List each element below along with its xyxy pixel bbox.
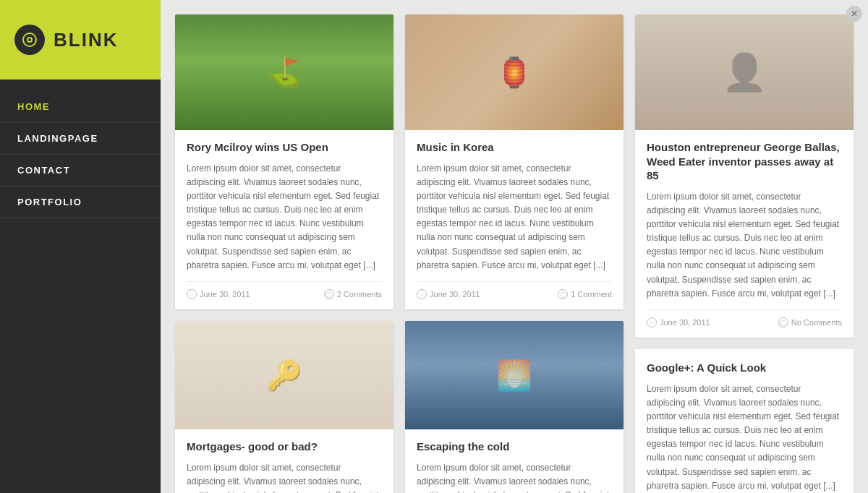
sidebar: BLINK HOME LANDINGPAGE CONTACT PORTFOLIO… [0,0,161,493]
nav-home[interactable]: HOME [0,94,161,119]
post-golf-date: ○ June 30, 2011 [187,289,250,299]
post-golf-image [175,14,393,130]
post-golf-excerpt: Lorem ipsum dolor sit amet, consectetur … [187,162,382,273]
post-mortgage-title[interactable]: Mortgages- good or bad? [187,440,382,454]
col-1: Rory Mcilroy wins US Open Lorem ipsum do… [175,14,393,493]
nav-landingpage[interactable]: LANDINGPAGE [0,126,161,151]
post-golf-comments: ◯ 2 Comments [324,289,382,299]
nav-divider-2 [0,154,161,155]
post-mortgage-excerpt: Lorem ipsum dolor sit amet, consectetur … [187,461,382,494]
nav-area: HOME LANDINGPAGE CONTACT PORTFOLIO [0,80,161,493]
logo-icon [14,25,45,55]
post-mortgage-body: Mortgages- good or bad? Lorem ipsum dolo… [175,429,393,493]
post-george-comments: ◯ No Comments [778,317,842,327]
clock-icon-3: ○ [647,317,657,327]
post-mortgage: Mortgages- good or bad? Lorem ipsum dolo… [175,321,393,493]
post-cold-image [405,321,624,429]
post-george-date: ○ June 30, 2011 [647,317,710,327]
comment-icon-3: ◯ [778,317,788,327]
post-george-meta: ○ June 30, 2011 ◯ No Comments [647,309,842,327]
post-cold-body: Escaping the cold Lorem ipsum dolor sit … [405,429,624,493]
post-golf: Rory Mcilroy wins US Open Lorem ipsum do… [175,14,393,309]
svg-point-2 [28,38,31,41]
logo-area: BLINK [0,0,161,80]
post-korea-excerpt: Lorem ipsum dolor sit amet, consectetur … [417,162,612,273]
post-google-title[interactable]: Google+: A Quick Look [647,361,842,375]
col-3: Houston entrepreneur George Ballas, Weed… [635,14,854,493]
post-golf-meta: ○ June 30, 2011 ◯ 2 Comments [187,281,382,299]
comment-icon: ◯ [324,289,334,299]
post-korea-date: ○ June 30, 2011 [417,289,480,299]
post-korea-meta: ○ June 30, 2011 ◯ 1 Comment [417,281,612,299]
post-google: Google+: A Quick Look Lorem ipsum dolor … [635,349,854,493]
post-george-image [635,14,854,130]
post-golf-title[interactable]: Rory Mcilroy wins US Open [187,140,382,155]
post-korea-image [405,14,624,130]
nav-divider-4 [0,218,161,218]
main-content: Rory Mcilroy wins US Open Lorem ipsum do… [161,0,868,493]
post-korea-comments: ◯ 1 Comment [558,289,612,299]
post-golf-body: Rory Mcilroy wins US Open Lorem ipsum do… [175,130,393,309]
col-2: Music in Korea Lorem ipsum dolor sit ame… [405,14,624,493]
post-google-excerpt: Lorem ipsum dolor sit amet, consectetur … [647,382,842,494]
post-korea-body: Music in Korea Lorem ipsum dolor sit ame… [405,130,624,309]
post-mortgage-image [175,321,393,429]
nav-contact[interactable]: CONTACT [0,158,161,183]
post-george-body: Houston entrepreneur George Ballas, Weed… [635,130,854,338]
post-cold-title[interactable]: Escaping the cold [417,440,612,454]
clock-icon-2: ○ [417,289,427,299]
nav-divider-1 [0,122,161,123]
post-george: Houston entrepreneur George Ballas, Weed… [635,14,854,338]
post-george-title[interactable]: Houston entrepreneur George Ballas, Weed… [647,140,842,183]
close-button[interactable]: ✕ [846,6,862,22]
comment-icon-2: ◯ [558,289,568,299]
post-cold: Escaping the cold Lorem ipsum dolor sit … [405,321,624,493]
nav-portfolio[interactable]: PORTFOLIO [0,189,161,215]
logo-title: BLINK [54,29,118,51]
post-cold-excerpt: Lorem ipsum dolor sit amet, consectetur … [417,461,612,494]
post-korea-title[interactable]: Music in Korea [417,140,612,155]
clock-icon: ○ [187,289,197,299]
post-george-excerpt: Lorem ipsum dolor sit amet, consectetur … [647,190,842,301]
post-korea: Music in Korea Lorem ipsum dolor sit ame… [405,14,624,309]
post-google-body: Google+: A Quick Look Lorem ipsum dolor … [635,349,854,493]
nav-divider-3 [0,186,161,187]
posts-grid: Rory Mcilroy wins US Open Lorem ipsum do… [175,14,854,493]
